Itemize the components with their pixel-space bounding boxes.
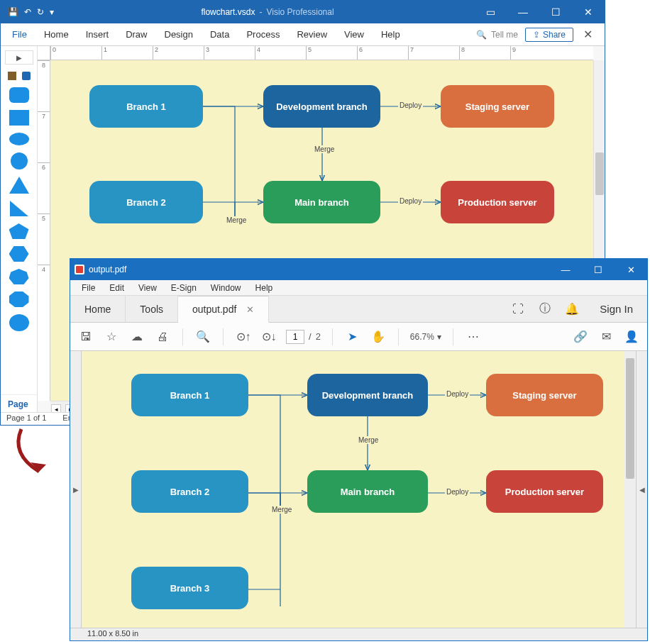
page-total: 2	[316, 331, 321, 342]
tab-file[interactable]: File	[4, 23, 35, 46]
pdf-label-merge1: Merge	[357, 436, 380, 444]
ribbon-display-icon[interactable]: ▭	[474, 1, 507, 23]
share-button[interactable]: ⇪ Share	[525, 28, 573, 42]
screen-icon[interactable]: ⛶	[505, 296, 531, 322]
pdf-close-icon[interactable]: ✕	[615, 259, 647, 280]
shape-octagon[interactable]	[9, 292, 29, 307]
add-person-icon[interactable]: 👤	[623, 330, 640, 343]
close-icon[interactable]: ✕	[572, 1, 605, 23]
box-branch1[interactable]: Branch 1	[89, 85, 203, 128]
visio-app-name: Visio Professional	[266, 7, 334, 17]
tab-view[interactable]: View	[336, 23, 373, 46]
tab-data[interactable]: Data	[202, 23, 238, 46]
zoom-value: 66.7%	[410, 332, 434, 342]
menu-edit[interactable]: Edit	[104, 283, 130, 293]
pdf-page-area[interactable]: Branch 1 Branch 2 Branch 3 Development b…	[82, 351, 636, 628]
tab-draw[interactable]: Draw	[117, 23, 155, 46]
redo-icon[interactable]: ↻	[37, 7, 44, 17]
tab-help[interactable]: Help	[373, 23, 409, 46]
menu-window[interactable]: Window	[205, 283, 247, 293]
page-current-input[interactable]	[286, 330, 304, 344]
shape-triangle[interactable]	[9, 177, 29, 194]
ruler-horizontal[interactable]: 012345678910	[50, 46, 593, 60]
zoom-out-icon[interactable]: 🔍	[194, 330, 211, 343]
box-staging[interactable]: Staging server	[441, 85, 554, 128]
shape-pentagon[interactable]	[9, 223, 29, 239]
menu-view[interactable]: View	[133, 283, 162, 293]
hand-tool-icon[interactable]: ✋	[370, 330, 387, 343]
tab-home[interactable]: Home	[35, 23, 77, 46]
print-icon[interactable]: 🖨	[154, 331, 171, 343]
menu-file[interactable]: File	[76, 283, 101, 293]
pdf-tab-home[interactable]: Home	[70, 296, 126, 322]
link-icon[interactable]: 🔗	[572, 330, 589, 343]
pdf-scrollbar[interactable]	[624, 351, 636, 628]
tab-insert[interactable]: Insert	[77, 23, 118, 46]
tab-review[interactable]: Review	[288, 23, 336, 46]
pdf-scroll-thumb[interactable]	[626, 358, 634, 479]
tell-me-search[interactable]: 🔍 Tell me	[469, 30, 525, 40]
star-icon[interactable]: ☆	[103, 330, 120, 343]
shape-ellipse[interactable]	[9, 133, 29, 145]
box-main-branch[interactable]: Main branch	[263, 181, 380, 223]
signin-button[interactable]: Sign In	[585, 296, 647, 322]
pdf-titlebar[interactable]: output.pdf — ☐ ✕	[70, 259, 647, 280]
minimize-icon[interactable]: —	[507, 1, 539, 23]
maximize-icon[interactable]: ☐	[539, 1, 572, 23]
menu-esign[interactable]: E-Sign	[165, 283, 202, 293]
pdf-statusbar: 11.00 x 8.50 in	[70, 628, 647, 640]
pdf-minimize-icon[interactable]: —	[549, 259, 582, 280]
ruler-vertical[interactable]: 87654	[38, 60, 50, 401]
shape-circle[interactable]	[11, 152, 28, 170]
help-icon[interactable]: ⓘ	[531, 296, 558, 322]
shapes-toolbar[interactable]	[5, 72, 33, 80]
shape-hexagon[interactable]	[9, 246, 29, 262]
shape-right-triangle[interactable]	[10, 201, 28, 216]
mail-icon[interactable]: ✉	[597, 330, 615, 343]
more-icon[interactable]: ⋯	[465, 330, 482, 343]
page-down-icon[interactable]: ⊙↓	[260, 330, 277, 343]
pdf-tabs: Home Tools output.pdf ✕ ⛶ ⓘ 🔔 Sign In	[70, 296, 647, 323]
pdf-box-branch1: Branch 1	[131, 374, 248, 416]
shape-oval[interactable]	[9, 314, 29, 331]
page-up-icon[interactable]: ⊙↑	[235, 330, 252, 343]
pdf-toolbar: 🖫 ☆ ☁ 🖨 🔍 ⊙↑ ⊙↓ / 2 ➤ ✋ 66.7% ▾ ⋯ 🔗 ✉ 👤	[70, 323, 647, 351]
shapes-expand-icon[interactable]: ▶	[5, 50, 33, 65]
pdf-maximize-icon[interactable]: ☐	[582, 259, 615, 280]
box-production[interactable]: Production server	[441, 181, 554, 223]
bell-icon[interactable]: 🔔	[558, 296, 585, 322]
pdf-box-staging: Staging server	[486, 374, 603, 416]
collapse-ribbon-icon[interactable]: ✕	[573, 28, 602, 41]
transition-arrow-icon	[7, 426, 64, 482]
zoom-dropdown[interactable]: 66.7% ▾	[410, 332, 441, 342]
box-branch2[interactable]: Branch 2	[89, 181, 203, 223]
pdf-tab-doc-label: output.pdf	[192, 304, 236, 315]
shape-rect[interactable]	[9, 110, 29, 126]
undo-icon[interactable]: ↶	[24, 7, 31, 17]
pdf-tab-tools[interactable]: Tools	[126, 296, 178, 322]
visio-ribbon: File Home Insert Draw Design Data Proces…	[1, 23, 605, 46]
select-tool-icon[interactable]: ➤	[344, 330, 361, 343]
pdf-tab-close-icon[interactable]: ✕	[246, 304, 254, 315]
scrollbar-thumb[interactable]	[595, 152, 604, 195]
visio-titlebar[interactable]: 💾 ↶ ↻ ▾ flowchart.vsdx - Visio Professio…	[1, 1, 605, 23]
save-icon[interactable]: 💾	[8, 7, 18, 17]
chevron-down-icon: ▾	[437, 332, 441, 342]
tab-process[interactable]: Process	[238, 23, 288, 46]
tab-design[interactable]: Design	[156, 23, 202, 46]
shape-heptagon[interactable]	[9, 269, 29, 284]
pdf-tab-document[interactable]: output.pdf ✕	[178, 296, 269, 323]
title-separator: -	[259, 7, 262, 17]
pdf-side-right[interactable]: ◀	[636, 351, 647, 628]
pdf-label-merge2: Merge	[270, 506, 293, 513]
pdf-menubar: File Edit View E-Sign Window Help	[70, 280, 647, 296]
shape-rounded-rect[interactable]	[9, 87, 29, 103]
pdf-side-left[interactable]: ▶	[70, 351, 82, 628]
page-tab[interactable]: Page	[1, 394, 37, 412]
pdf-title: output.pdf	[89, 265, 549, 274]
qat-customize-icon[interactable]: ▾	[50, 7, 54, 17]
box-dev-branch[interactable]: Development branch	[263, 85, 380, 128]
save-pdf-icon[interactable]: 🖫	[77, 331, 94, 343]
menu-help[interactable]: Help	[250, 283, 279, 293]
cloud-upload-icon[interactable]: ☁	[128, 330, 145, 343]
